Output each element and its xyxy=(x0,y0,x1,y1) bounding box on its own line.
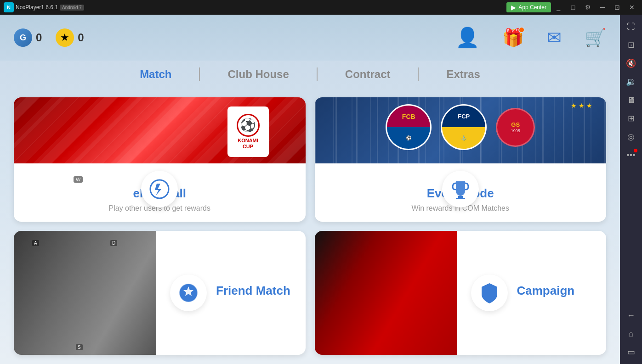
recent-apps-icon[interactable]: ▭ xyxy=(623,344,639,360)
svg-rect-1 xyxy=(458,196,463,198)
campaign-title: Campaign xyxy=(517,284,575,298)
cart-icon: 🛒 xyxy=(585,28,606,48)
app-center-label: App Center xyxy=(518,4,546,11)
konami-text: KONAMICUP xyxy=(238,138,258,150)
more-options-icon[interactable]: ••• xyxy=(623,147,639,163)
right-sidebar: ⛶ ⊡ 🔇 🔉 🖥 ⊞ ◎ ••• ← ⌂ ▭ xyxy=(620,15,642,364)
soccer-ball-icon xyxy=(177,282,199,304)
efootball-center-icon xyxy=(141,171,178,207)
shop-button[interactable]: 🛒 xyxy=(585,28,606,48)
app-name: NoxPlayer1 6.6.1 xyxy=(16,4,58,11)
profile-button[interactable]: 👤 xyxy=(455,28,479,47)
share-icon[interactable]: ⎯ xyxy=(552,2,565,12)
currency-group: G 0 ★ 0 xyxy=(14,28,84,47)
minimize-button[interactable]: ─ xyxy=(596,2,609,12)
campaign-bg xyxy=(315,231,457,355)
keyboard-a-badge: A xyxy=(32,240,39,246)
friend-match-content: Friend Match xyxy=(156,274,306,311)
app-center-button[interactable]: ▶ App Center xyxy=(506,2,551,12)
efootball-icon xyxy=(149,179,170,199)
title-bar-right: ▶ App Center ⎯ □ ⚙ ─ ⊡ ✕ xyxy=(506,2,638,12)
display-icon[interactable]: 🖥 xyxy=(623,92,639,108)
star-1: ★ xyxy=(571,102,577,109)
star-value: 0 xyxy=(78,31,84,44)
title-bar-controls: ⎯ □ ⚙ ─ ⊡ ✕ xyxy=(552,2,638,12)
fcb-logo: FCB ⚽ xyxy=(386,104,432,150)
volume-mute-icon[interactable]: 🔇 xyxy=(623,55,639,72)
gp-value: 0 xyxy=(36,31,42,44)
event-mode-card-bg: FCB ⚽ FCP ⚓ GS 1905 ★ xyxy=(315,97,607,163)
campaign-content: Campaign xyxy=(457,274,607,311)
friend-match-title: Friend Match xyxy=(216,284,290,298)
play-triangle-icon: ▶ xyxy=(511,4,516,11)
fit-screen-icon[interactable]: ⊡ xyxy=(623,37,639,53)
mail-icon: ✉ xyxy=(547,28,562,48)
home-icon[interactable]: ⌂ xyxy=(623,325,639,342)
stars-row: ★ ★ ★ xyxy=(571,102,592,109)
club-logos: FCB ⚽ FCP ⚓ GS 1905 xyxy=(315,104,607,150)
star-icon: ★ xyxy=(56,28,74,47)
apps-grid-icon[interactable]: ⊞ xyxy=(623,110,639,127)
trophy-icon xyxy=(449,178,472,201)
close-button[interactable]: ✕ xyxy=(625,2,638,12)
konami-cup-logo: ⚽ KONAMICUP xyxy=(227,106,269,157)
tab-contract[interactable]: Contract xyxy=(318,63,418,85)
konami-ball-icon: ⚽ xyxy=(237,114,260,137)
shield-icon xyxy=(479,281,500,304)
campaign-card[interactable]: Campaign xyxy=(315,231,607,355)
back-arrow-icon[interactable]: ← xyxy=(623,307,639,324)
nav-tabs: Match Club House Contract Extras xyxy=(0,61,620,88)
game-area: G 0 ★ 0 👤 🎁 ✉ 🛒 Mat xyxy=(0,15,620,364)
screenshot-icon[interactable]: □ xyxy=(567,2,580,12)
star-2: ★ xyxy=(579,102,585,109)
top-bar-actions: 👤 🎁 ✉ 🛒 xyxy=(455,28,606,48)
restore-button[interactable]: ⊡ xyxy=(611,2,624,12)
resize-full-icon[interactable]: ⛶ xyxy=(623,18,639,35)
top-bar: G 0 ★ 0 👤 🎁 ✉ 🛒 xyxy=(0,15,620,61)
settings-icon[interactable]: ⚙ xyxy=(581,2,594,12)
gift-notification-dot xyxy=(518,27,525,33)
nox-logo: N NoxPlayer1 6.6.1 Android 7 xyxy=(4,2,84,12)
porto-logo: FCP ⚓ xyxy=(441,104,487,150)
galatasaray-logo: GS 1905 xyxy=(496,108,535,147)
event-mode-center-icon xyxy=(442,171,479,207)
star-3: ★ xyxy=(586,102,592,109)
keyboard-w-badge: W xyxy=(74,176,83,183)
efootball-card-bg: ⚽ KONAMICUP xyxy=(14,97,306,163)
keyboard-s-badge: S xyxy=(76,344,83,350)
efootball-card[interactable]: ⚽ KONAMICUP eFootball Play other users t… xyxy=(14,97,306,222)
gp-currency: G 0 xyxy=(14,28,42,47)
tab-extras[interactable]: Extras xyxy=(419,63,507,85)
tab-match[interactable]: Match xyxy=(112,63,199,85)
svg-rect-2 xyxy=(456,198,465,199)
person-icon: 👤 xyxy=(455,28,479,47)
nox-logo-icon: N xyxy=(4,2,14,12)
gp-icon: G xyxy=(14,28,32,47)
event-mode-card[interactable]: FCB ⚽ FCP ⚓ GS 1905 ★ xyxy=(315,97,607,222)
friend-match-bg: A D S xyxy=(14,231,156,355)
star-currency: ★ 0 xyxy=(56,28,84,47)
title-bar-left: N NoxPlayer1 6.6.1 Android 7 xyxy=(4,2,84,12)
mail-button[interactable]: ✉ xyxy=(547,28,562,48)
campaign-icon xyxy=(471,274,508,311)
target-icon[interactable]: ◎ xyxy=(623,129,639,145)
title-bar: N NoxPlayer1 6.6.1 Android 7 ▶ App Cente… xyxy=(0,0,642,15)
friend-match-icon xyxy=(170,274,207,311)
tab-clubhouse[interactable]: Club House xyxy=(200,63,316,85)
keyboard-d-badge: D xyxy=(110,240,117,246)
volume-down-icon[interactable]: 🔉 xyxy=(623,73,639,90)
cards-grid: ⚽ KONAMICUP eFootball Play other users t… xyxy=(0,88,620,364)
gifts-button[interactable]: 🎁 xyxy=(502,28,524,48)
friend-match-card[interactable]: A D S Friend Match xyxy=(14,231,306,355)
android-badge: Android 7 xyxy=(60,5,84,11)
